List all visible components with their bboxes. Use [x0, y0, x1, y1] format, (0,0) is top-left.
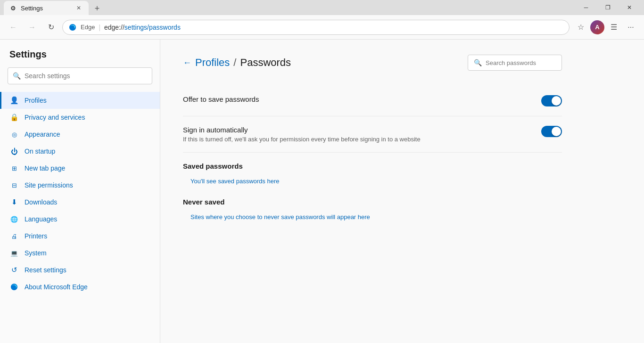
- sign-in-knob: [552, 127, 561, 136]
- sidebar-item-label: Printers: [25, 232, 47, 240]
- sidebar-item-reset[interactable]: ↺ Reset settings: [0, 261, 160, 278]
- sidebar-navigation: 👤 Profiles 🔒 Privacy and services ◎ Appe…: [0, 92, 160, 295]
- breadcrumb-profiles-link[interactable]: Profiles: [195, 57, 230, 69]
- refresh-button[interactable]: ↻: [43, 20, 58, 35]
- appearance-icon: ◎: [9, 130, 19, 139]
- titlebar: ⚙ Settings ✕ + ─ ❐ ✕: [0, 0, 644, 15]
- offer-save-knob: [552, 96, 561, 106]
- search-passwords-input[interactable]: [486, 59, 565, 66]
- main-layout: Settings 🔍 👤 Profiles 🔒 Privacy and serv…: [0, 40, 644, 343]
- breadcrumb-current: Passwords: [240, 57, 291, 69]
- close-button[interactable]: ✕: [619, 0, 640, 15]
- content-area: ← Profiles / Passwords 🔍 Offer to save p…: [160, 40, 644, 343]
- sidebar-item-privacy[interactable]: 🔒 Privacy and services: [0, 109, 160, 126]
- offer-save-toggle[interactable]: [541, 95, 562, 106]
- about-icon: [9, 282, 19, 292]
- back-button[interactable]: ←: [183, 58, 191, 68]
- sign-in-row: Sign in automatically If this is turned …: [183, 116, 562, 153]
- active-tab[interactable]: ⚙ Settings ✕: [4, 1, 89, 15]
- search-settings-input[interactable]: [25, 72, 147, 80]
- page-header: ← Profiles / Passwords 🔍: [183, 55, 562, 71]
- search-settings-box[interactable]: 🔍: [8, 67, 152, 84]
- sidebar-item-newtab[interactable]: ⊞ New tab page: [0, 160, 160, 177]
- sidebar-item-label: New tab page: [25, 164, 65, 172]
- offer-save-row: Offer to save passwords: [183, 86, 562, 116]
- address-bar[interactable]: Edge | edge://settings/passwords: [62, 20, 570, 35]
- breadcrumb: ← Profiles / Passwords: [183, 57, 291, 69]
- never-saved-empty: Sites where you choose to never save pas…: [183, 210, 562, 224]
- sidebar-item-appearance[interactable]: ◎ Appearance: [0, 126, 160, 143]
- minimize-button[interactable]: ─: [575, 0, 597, 15]
- newtab-icon: ⊞: [9, 163, 19, 173]
- search-passwords-box[interactable]: 🔍: [468, 55, 562, 71]
- settings-title: Settings: [0, 49, 160, 67]
- sign-in-content: Sign in automatically If this is turned …: [183, 126, 421, 143]
- sidebar-item-system[interactable]: 💻 System: [0, 245, 160, 261]
- sidebar-item-label: Site permissions: [25, 181, 73, 189]
- privacy-icon: 🔒: [9, 113, 19, 122]
- search-passwords-icon: 🔍: [474, 59, 482, 66]
- tab-title-label: Settings: [21, 5, 71, 12]
- sidebar-item-about[interactable]: About Microsoft Edge: [0, 278, 160, 295]
- new-tab-button[interactable]: +: [91, 2, 104, 15]
- sidebar-item-startup[interactable]: ⏻ On startup: [0, 143, 160, 160]
- address-edge-label: Edge: [81, 24, 95, 31]
- sidebar-item-printers[interactable]: 🖨 Printers: [0, 228, 160, 245]
- restore-button[interactable]: ❐: [597, 0, 619, 15]
- saved-passwords-header: Saved passwords: [183, 153, 562, 174]
- sign-in-toggle[interactable]: [541, 126, 562, 137]
- sign-in-track[interactable]: [541, 126, 562, 137]
- tab-close-button[interactable]: ✕: [74, 4, 83, 12]
- languages-icon: 🌐: [9, 214, 19, 224]
- collections-button[interactable]: ☰: [606, 20, 621, 35]
- address-url: edge://settings/passwords: [104, 24, 181, 31]
- permissions-icon: ⊟: [9, 180, 19, 190]
- edge-logo-icon: [68, 23, 77, 32]
- saved-passwords-empty: You'll see saved passwords here: [183, 174, 562, 188]
- sidebar-item-downloads[interactable]: ⬇ Downloads: [0, 194, 160, 211]
- profiles-icon: 👤: [9, 96, 19, 105]
- sidebar-item-profiles[interactable]: 👤 Profiles: [0, 92, 160, 109]
- downloads-icon: ⬇: [9, 197, 19, 207]
- breadcrumb-separator: /: [233, 57, 236, 69]
- sidebar-item-label: Languages: [25, 215, 57, 223]
- system-icon: 💻: [9, 248, 19, 258]
- sidebar-item-label: Privacy and services: [25, 114, 85, 121]
- back-button[interactable]: ←: [6, 20, 21, 35]
- sidebar-item-languages[interactable]: 🌐 Languages: [0, 211, 160, 228]
- toolbar-icons: ☆ A ☰ ···: [573, 20, 638, 35]
- more-button[interactable]: ···: [623, 20, 638, 35]
- sidebar-item-permissions[interactable]: ⊟ Site permissions: [0, 177, 160, 194]
- address-url-suffix: /passwords: [147, 24, 181, 31]
- sidebar-item-label: On startup: [25, 147, 55, 155]
- sidebar-item-label: About Microsoft Edge: [25, 283, 88, 291]
- sidebar-item-label: Reset settings: [25, 266, 66, 274]
- printers-icon: 🖨: [9, 231, 19, 241]
- window-controls: ─ ❐ ✕: [575, 0, 640, 15]
- offer-save-label-text: Offer to save passwords: [183, 95, 259, 103]
- search-settings-icon: 🔍: [13, 72, 21, 80]
- reset-icon: ↺: [9, 265, 19, 275]
- sidebar-item-label: Appearance: [25, 131, 60, 138]
- sidebar: Settings 🔍 👤 Profiles 🔒 Privacy and serv…: [0, 40, 160, 343]
- startup-icon: ⏻: [9, 147, 19, 156]
- sign-in-desc: If this is turned off, we'll ask you for…: [183, 136, 421, 143]
- tab-favicon-icon: ⚙: [9, 4, 17, 12]
- addressbar: ← → ↻ Edge | edge://settings/passwords ☆…: [0, 15, 644, 40]
- favorites-button[interactable]: ☆: [573, 20, 588, 35]
- sidebar-item-label: Profiles: [25, 97, 47, 104]
- address-url-highlight: settings: [124, 24, 147, 31]
- sidebar-item-label: System: [25, 249, 47, 257]
- tab-strip: ⚙ Settings ✕ +: [4, 0, 575, 15]
- sign-in-label: Sign in automatically: [183, 126, 421, 134]
- sidebar-item-label: Downloads: [25, 198, 57, 206]
- offer-save-track[interactable]: [541, 95, 562, 106]
- never-saved-header: Never saved: [183, 188, 562, 210]
- address-separator: |: [99, 24, 100, 31]
- profile-avatar[interactable]: A: [590, 20, 604, 34]
- content-inner: ← Profiles / Passwords 🔍 Offer to save p…: [160, 40, 585, 239]
- forward-button[interactable]: →: [25, 20, 40, 35]
